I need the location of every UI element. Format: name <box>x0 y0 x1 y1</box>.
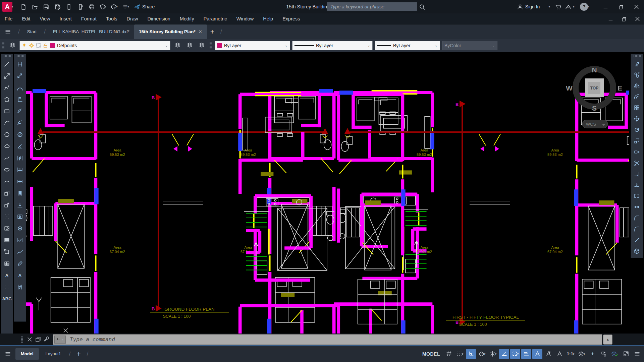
autodesk-caret-icon[interactable]: ▾ <box>573 5 575 8</box>
annotation-visibility-button[interactable] <box>532 349 542 359</box>
menu-dimension[interactable]: Dimension <box>143 13 175 24</box>
construction-line-button[interactable] <box>2 70 12 82</box>
drawing-canvas[interactable]: Area59.53 m2Area67.04 m2Area59.53 m2Area… <box>26 52 629 345</box>
customization-button[interactable] <box>632 349 642 359</box>
graphics-performance-button[interactable]: ✓ <box>610 349 620 359</box>
viewcube-east[interactable]: E <box>618 84 622 92</box>
close-button[interactable] <box>629 0 644 13</box>
share-button[interactable]: Share <box>134 4 155 10</box>
annotation-scale-button[interactable]: 1:1▾ <box>566 349 576 359</box>
object-snap-tracking-button[interactable] <box>499 349 509 359</box>
arc-length-dimension-button[interactable] <box>15 82 25 94</box>
lineweight-display-button[interactable] <box>521 349 531 359</box>
wcs-dropdown[interactable]: WCS <box>582 120 608 128</box>
undo-button[interactable]: ▾ <box>98 2 108 12</box>
save-to-mobile-button[interactable] <box>64 2 74 12</box>
table-button[interactable] <box>2 258 12 269</box>
dimension-break-button[interactable] <box>15 199 25 211</box>
move-button[interactable] <box>632 113 642 124</box>
viewcube-top-face[interactable]: TOP <box>590 86 598 90</box>
menu-express[interactable]: Express <box>278 13 305 24</box>
point-style-button[interactable] <box>2 281 12 293</box>
ortho-mode-button[interactable] <box>466 349 476 359</box>
new-layout-button[interactable]: + <box>73 350 84 358</box>
ordinate-dimension-button[interactable] <box>15 94 25 105</box>
explode-button[interactable] <box>632 246 642 257</box>
layer-states-icon[interactable] <box>197 41 207 51</box>
command-input[interactable] <box>66 335 602 345</box>
menu-modify[interactable]: Modify <box>175 13 199 24</box>
jogged-dimension-button[interactable] <box>15 117 25 129</box>
command-history-button[interactable]: ▲ <box>603 335 612 345</box>
blend-curves-button[interactable] <box>632 235 642 246</box>
viewcube-south[interactable]: S <box>592 104 597 112</box>
menu-edit[interactable]: Edit <box>17 13 35 24</box>
dimension-text-edit-button[interactable]: A <box>15 269 25 281</box>
doc-minimize-button[interactable] <box>604 13 617 24</box>
menu-file[interactable]: File <box>0 13 17 24</box>
file-tab-1[interactable]: Start <box>22 24 42 39</box>
restore-button[interactable] <box>613 0 629 13</box>
doc-close-button[interactable] <box>631 13 644 24</box>
linetype-dropdown[interactable]: ByLayer ⌄ <box>292 41 373 50</box>
search-input[interactable] <box>327 2 417 11</box>
snap-mode-caret-icon[interactable]: ▾ <box>462 352 464 356</box>
application-menu-button[interactable]: A ▾ <box>0 0 15 13</box>
search-icon[interactable] <box>417 2 427 12</box>
menu-format[interactable]: Format <box>76 13 101 24</box>
polygon-button[interactable] <box>2 94 12 105</box>
tolerance-button[interactable] <box>15 211 25 223</box>
layer-on-icon[interactable] <box>22 43 27 48</box>
menu-help[interactable]: Help <box>258 13 278 24</box>
layer-dropdown[interactable]: Defpoints ⌄ <box>19 41 170 50</box>
viewcube[interactable]: N S W E TOP <box>566 66 622 112</box>
isometric-drafting-button[interactable]: ▾ <box>488 349 498 359</box>
tab-menu-icon[interactable] <box>0 29 15 35</box>
spline-button[interactable] <box>2 152 12 164</box>
layer-thaw-icon[interactable] <box>29 43 34 48</box>
chevron-down-icon[interactable]: ⌄ <box>165 43 168 48</box>
angular-dimension-button[interactable] <box>15 140 25 152</box>
hatch-button[interactable] <box>2 223 12 234</box>
join-button[interactable] <box>632 201 642 213</box>
undo-caret-icon[interactable]: ▾ <box>105 5 106 8</box>
sign-in-button[interactable]: Sign In <box>525 4 540 9</box>
menu-insert[interactable]: Insert <box>55 13 76 24</box>
annotation-scale-caret-icon[interactable]: ▾ <box>573 352 575 356</box>
open-from-mobile-button[interactable] <box>75 2 85 12</box>
aligned-dimension-button[interactable] <box>15 70 25 82</box>
copy-button[interactable] <box>632 69 642 80</box>
toolbar-grip[interactable] <box>633 55 641 57</box>
viewcube-west[interactable]: W <box>566 84 573 92</box>
save-button[interactable] <box>41 2 51 12</box>
erase-button[interactable] <box>632 58 642 69</box>
layer-properties-icon[interactable] <box>7 41 17 51</box>
ellipse-button[interactable] <box>2 164 12 176</box>
menu-parametric[interactable]: Parametric <box>199 13 232 24</box>
annotation-scale-flag-button[interactable] <box>554 349 565 359</box>
polar-tracking-button[interactable]: ▾ <box>477 349 487 359</box>
arc-button[interactable] <box>2 117 12 129</box>
save-as-button[interactable] <box>52 2 62 12</box>
fillet-button[interactable] <box>632 224 642 235</box>
offset-button[interactable] <box>632 91 642 102</box>
chevron-down-icon[interactable]: ⌄ <box>285 43 288 48</box>
create-block-button[interactable] <box>2 199 12 211</box>
dimension-update-button[interactable] <box>15 281 25 293</box>
object-snap-caret-icon[interactable]: ▾ <box>517 352 519 356</box>
array-button[interactable] <box>632 102 642 113</box>
object-color-dropdown[interactable]: ByLayer ⌄ <box>215 41 290 50</box>
model-space-button[interactable]: MODEL <box>422 351 440 357</box>
help-icon[interactable]: ? <box>580 3 588 11</box>
multiline-text-button[interactable]: A <box>2 269 12 281</box>
layout-menu-icon[interactable] <box>0 351 15 357</box>
layout-tab-model[interactable]: Model <box>15 348 39 360</box>
isolate-objects-button[interactable] <box>599 349 609 359</box>
diameter-dimension-button[interactable] <box>15 129 25 140</box>
layout-tab-layout1[interactable]: Layout1 <box>40 348 66 360</box>
dimension-space-button[interactable] <box>15 187 25 199</box>
spell-check-button[interactable]: ABC <box>2 293 12 305</box>
menu-draw[interactable]: Draw <box>122 13 143 24</box>
trim-button[interactable] <box>632 158 642 169</box>
gradient-button[interactable] <box>2 234 12 246</box>
